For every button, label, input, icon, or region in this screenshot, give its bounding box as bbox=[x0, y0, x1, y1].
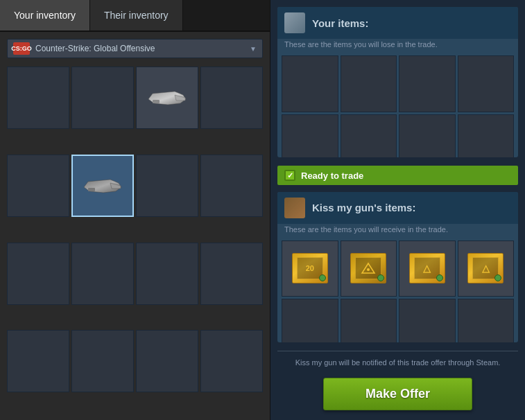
crate-corner-3 bbox=[494, 274, 501, 281]
game-label: Counter-Strike: Global Offensive bbox=[35, 44, 250, 53]
your-items-grid bbox=[277, 53, 518, 157]
your-trade-cell-1[interactable] bbox=[341, 55, 397, 112]
their-trade-cell-7[interactable] bbox=[458, 299, 515, 342]
their-trade-cell-6[interactable] bbox=[399, 299, 456, 342]
inv-cell-1[interactable] bbox=[71, 67, 134, 129]
your-items-title: Your items: bbox=[312, 17, 368, 29]
their-trade-cell-0[interactable]: 20 bbox=[282, 240, 338, 297]
crate-3: △ bbox=[467, 253, 504, 283]
inv-cell-9[interactable] bbox=[71, 243, 134, 305]
gun-item-2 bbox=[143, 73, 191, 122]
divider bbox=[277, 351, 518, 351]
your-avatar bbox=[284, 12, 305, 33]
inventory-grid bbox=[0, 62, 270, 420]
inv-cell-2[interactable] bbox=[136, 67, 198, 129]
their-trade-cell-1[interactable] bbox=[341, 240, 397, 297]
crate-2: △ bbox=[409, 253, 445, 283]
inv-cell-5[interactable] bbox=[71, 155, 134, 217]
notification-text: Kiss my gun will be notified of this tra… bbox=[277, 354, 518, 371]
inv-cell-11[interactable] bbox=[200, 243, 263, 305]
inv-cell-8[interactable] bbox=[7, 243, 69, 305]
crate-0: 20 bbox=[292, 253, 328, 283]
your-items-section: Your items: These are the items you will… bbox=[277, 7, 518, 157]
their-avatar bbox=[284, 198, 305, 218]
your-trade-cell-0[interactable] bbox=[282, 55, 338, 112]
game-icon: CS:GO bbox=[13, 42, 30, 55]
ready-check-icon bbox=[284, 170, 295, 181]
make-offer-container: Make Offer bbox=[277, 371, 518, 413]
your-items-header: Your items: bbox=[277, 7, 518, 39]
their-items-section: Kiss my gun's items: These are the items… bbox=[277, 192, 518, 342]
crate-1 bbox=[350, 253, 386, 283]
inv-cell-15[interactable] bbox=[200, 330, 263, 392]
your-trade-cell-6[interactable] bbox=[399, 114, 456, 158]
tab-their-inventory[interactable]: Their inventory bbox=[90, 0, 183, 30]
your-trade-cell-3[interactable] bbox=[458, 55, 515, 112]
tabs: Your inventory Their inventory bbox=[0, 0, 270, 32]
inv-cell-6[interactable] bbox=[136, 155, 198, 217]
svg-point-7 bbox=[367, 268, 370, 271]
left-panel: Your inventory Their inventory CS:GO Cou… bbox=[0, 0, 270, 420]
your-trade-cell-7[interactable] bbox=[458, 114, 515, 158]
inv-cell-3[interactable] bbox=[200, 67, 263, 129]
their-items-header: Kiss my gun's items: bbox=[277, 192, 518, 224]
your-items-subtitle: These are the items you will lose in the… bbox=[277, 39, 518, 53]
inv-cell-10[interactable] bbox=[136, 243, 198, 305]
inv-cell-12[interactable] bbox=[7, 330, 69, 392]
ready-to-trade-bar[interactable]: Ready to trade bbox=[277, 166, 518, 185]
crate-corner-0 bbox=[319, 274, 326, 281]
their-items-title: Kiss my gun's items: bbox=[312, 202, 415, 213]
tab-your-inventory[interactable]: Your inventory bbox=[0, 0, 90, 30]
their-trade-cell-3[interactable]: △ bbox=[458, 240, 515, 297]
avatar-image bbox=[284, 12, 305, 33]
inv-cell-13[interactable] bbox=[71, 330, 134, 392]
their-avatar-image bbox=[284, 198, 305, 218]
their-items-grid: 20 bbox=[277, 238, 518, 342]
dropdown-arrow-icon: ▼ bbox=[250, 45, 257, 53]
your-trade-cell-5[interactable] bbox=[341, 114, 397, 158]
crate-corner-1 bbox=[377, 274, 384, 281]
ready-label: Ready to trade bbox=[301, 170, 363, 181]
their-items-subtitle: These are the items you will receive in … bbox=[277, 224, 518, 238]
inv-cell-4[interactable] bbox=[7, 155, 69, 217]
svg-rect-4 bbox=[88, 188, 95, 191]
their-trade-cell-2[interactable]: △ bbox=[399, 240, 456, 297]
gun-item-5 bbox=[79, 161, 127, 209]
your-trade-cell-4[interactable] bbox=[282, 114, 338, 158]
inv-cell-7[interactable] bbox=[200, 155, 263, 217]
inv-cell-14[interactable] bbox=[136, 330, 198, 392]
game-selector[interactable]: CS:GO Counter-Strike: Global Offensive ▼ bbox=[7, 39, 263, 58]
your-trade-cell-2[interactable] bbox=[399, 55, 456, 112]
their-trade-cell-5[interactable] bbox=[341, 299, 397, 342]
their-trade-cell-4[interactable] bbox=[282, 299, 338, 342]
crate-corner-2 bbox=[436, 274, 443, 281]
right-panel: Your items: These are the items you will… bbox=[270, 0, 525, 420]
svg-rect-1 bbox=[153, 100, 160, 103]
inv-cell-0[interactable] bbox=[7, 67, 69, 129]
make-offer-button[interactable]: Make Offer bbox=[323, 378, 472, 410]
